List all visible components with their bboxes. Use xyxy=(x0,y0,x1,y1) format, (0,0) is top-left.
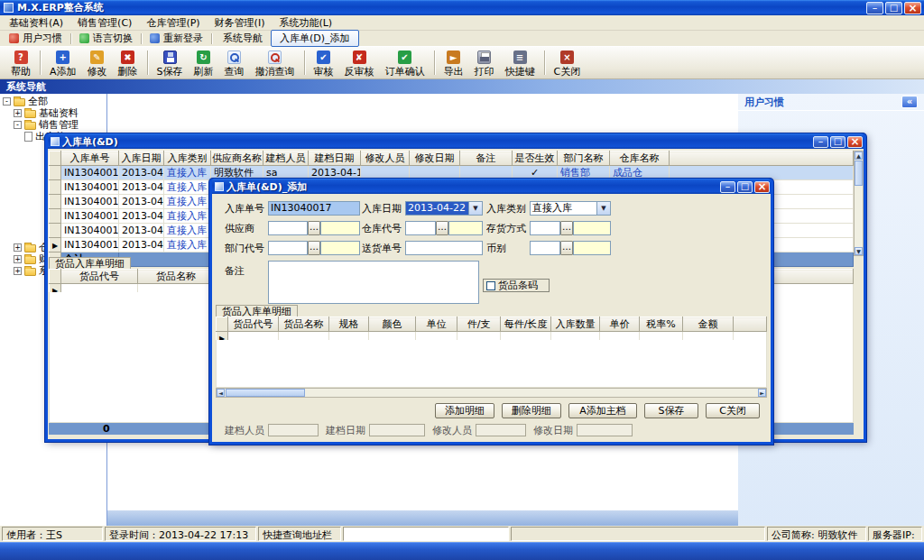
delete-button[interactable]: ✖删除 xyxy=(113,47,143,78)
storage-code-field[interactable] xyxy=(530,221,560,235)
delivery-no-field[interactable] xyxy=(405,241,483,255)
user-pref-button[interactable]: 用户习惯 xyxy=(4,31,68,46)
date-combo[interactable]: 2013-04-22 xyxy=(405,201,483,216)
export-button[interactable]: ►导出 xyxy=(439,47,469,78)
minimize-button[interactable] xyxy=(813,136,828,148)
quick-search-input[interactable] xyxy=(343,527,509,541)
storage-lookup-button[interactable] xyxy=(560,221,573,235)
col-header[interactable]: 入库日期 xyxy=(119,151,164,166)
col-header[interactable]: 每件/长度 xyxy=(501,317,551,332)
menu-item-base-data[interactable]: 基础资料(A) xyxy=(2,15,70,31)
col-header[interactable]: 修改人员 xyxy=(361,151,410,166)
delete-detail-button[interactable]: 删除明细 xyxy=(502,403,561,418)
menu-item-warehouse[interactable]: 仓库管理(P) xyxy=(139,15,207,31)
col-header[interactable]: 规格 xyxy=(329,317,369,332)
expand-box-icon[interactable]: + xyxy=(14,109,22,117)
warehouse-name-field[interactable] xyxy=(448,221,483,235)
scroll-right-icon[interactable] xyxy=(758,389,766,397)
col-header[interactable]: 货品代号 xyxy=(228,317,279,332)
expand-box-icon[interactable]: + xyxy=(14,255,22,263)
add-master-button[interactable]: A添加主档 xyxy=(568,403,637,418)
currency-lookup-button[interactable] xyxy=(560,241,573,255)
minimize-button[interactable] xyxy=(720,181,735,193)
orders-vertical-scrollbar[interactable] xyxy=(854,151,864,256)
col-header[interactable]: 部门名称 xyxy=(558,151,610,166)
dept-name-field[interactable] xyxy=(320,241,360,255)
col-header[interactable]: 入库数量 xyxy=(551,317,600,332)
barcode-checkbox[interactable] xyxy=(486,281,495,290)
chevron-down-icon[interactable] xyxy=(596,202,610,215)
add-detail-button[interactable]: 添加明细 xyxy=(435,403,494,418)
refresh-button[interactable]: ↻刷新 xyxy=(189,47,219,78)
warehouse-code-field[interactable] xyxy=(405,221,436,235)
col-header[interactable]: 是否生效 xyxy=(513,151,558,166)
maximize-button[interactable] xyxy=(885,2,902,14)
close-window-button[interactable]: ×C关闭 xyxy=(549,47,587,78)
col-header[interactable]: 金额 xyxy=(683,317,734,332)
confirm-order-button[interactable]: ✔订单确认 xyxy=(380,47,430,78)
scroll-down-icon[interactable] xyxy=(855,247,863,255)
col-header[interactable]: 仓库名称 xyxy=(610,151,670,166)
scroll-thumb[interactable] xyxy=(226,389,305,397)
collapse-panel-button[interactable]: « xyxy=(901,96,918,108)
supplier-lookup-button[interactable] xyxy=(308,221,320,235)
order-no-field[interactable]: IN13040017 xyxy=(268,201,360,216)
cancel-query-button[interactable]: 撤消查询 xyxy=(250,47,300,78)
supplier-name-field[interactable] xyxy=(320,221,360,235)
audit-button[interactable]: ✔审核 xyxy=(309,47,339,78)
chevron-down-icon[interactable] xyxy=(468,202,482,215)
col-header[interactable]: 颜色 xyxy=(369,317,416,332)
menu-item-system[interactable]: 系统功能(L) xyxy=(272,15,339,31)
col-header[interactable]: 货品名称 xyxy=(138,270,215,284)
close-button[interactable] xyxy=(847,136,863,148)
expand-box-icon[interactable]: + xyxy=(14,243,22,252)
remark-textarea[interactable] xyxy=(268,261,479,304)
col-header[interactable]: 入库类别 xyxy=(164,151,211,166)
col-header[interactable]: 货品代号 xyxy=(61,270,138,284)
print-button[interactable]: 打印 xyxy=(469,47,500,78)
help-button[interactable]: ?帮助 xyxy=(5,47,36,78)
edit-button[interactable]: ✎修改 xyxy=(82,47,113,78)
scroll-up-icon[interactable] xyxy=(855,151,863,160)
col-header[interactable]: 备注 xyxy=(460,151,513,166)
save-button[interactable]: S保存 xyxy=(644,403,698,418)
dept-lookup-button[interactable] xyxy=(308,241,320,255)
close-button[interactable]: C关闭 xyxy=(706,403,760,418)
col-header[interactable]: 供应商名称 xyxy=(211,151,263,166)
save-button[interactable]: S保存 xyxy=(152,47,189,78)
minimize-button[interactable] xyxy=(866,2,883,14)
unaudit-button[interactable]: ✘反审核 xyxy=(339,47,380,78)
menu-item-finance[interactable]: 财务管理(I) xyxy=(208,15,273,31)
scroll-thumb[interactable] xyxy=(855,161,863,186)
col-header[interactable]: 入库单号 xyxy=(61,151,119,166)
col-header[interactable]: 件/支 xyxy=(457,317,501,332)
hotkey-button[interactable]: ≡快捷键 xyxy=(500,47,541,78)
col-header[interactable]: 税率% xyxy=(640,317,683,332)
warehouse-lookup-button[interactable] xyxy=(436,221,448,235)
col-header[interactable]: 单位 xyxy=(416,317,457,332)
close-button[interactable] xyxy=(904,2,921,14)
menu-item-sales[interactable]: 销售管理(C) xyxy=(70,15,139,31)
currency-name-field[interactable] xyxy=(573,241,611,255)
maximize-button[interactable] xyxy=(737,181,753,193)
close-button[interactable] xyxy=(754,181,770,193)
relogin-button[interactable]: 重新登录 xyxy=(144,31,208,46)
type-combo[interactable]: 直接入库 xyxy=(530,201,611,216)
scroll-left-icon[interactable] xyxy=(217,389,225,397)
col-header[interactable]: 货品名称 xyxy=(279,317,329,332)
col-header[interactable]: 建档人员 xyxy=(263,151,309,166)
tab-system-nav[interactable]: 系统导航 xyxy=(215,31,271,46)
maximize-button[interactable] xyxy=(830,136,845,148)
collapse-box-icon[interactable]: - xyxy=(14,121,22,129)
tab-inbound-add[interactable]: 入库单(D)_添加 xyxy=(271,30,359,47)
detail-tab[interactable]: 货品入库单明细 xyxy=(216,305,298,317)
storage-name-field[interactable] xyxy=(573,221,611,235)
dept-code-field[interactable] xyxy=(268,241,308,255)
detail-horizontal-scrollbar[interactable] xyxy=(216,388,767,398)
language-switch-button[interactable]: 语言切换 xyxy=(74,31,138,46)
col-header[interactable]: 单价 xyxy=(600,317,640,332)
col-header[interactable]: 修改日期 xyxy=(410,151,460,166)
query-button[interactable]: 查询 xyxy=(219,47,250,78)
currency-code-field[interactable] xyxy=(530,241,560,255)
supplier-code-field[interactable] xyxy=(268,221,308,235)
